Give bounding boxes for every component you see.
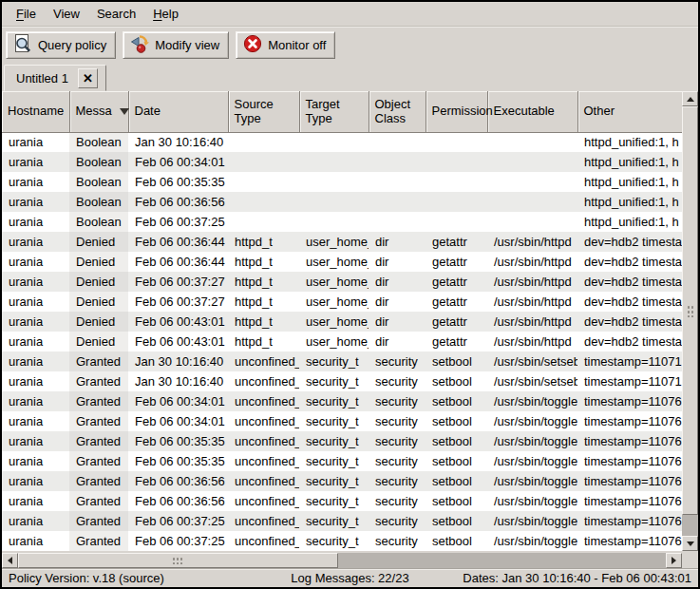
table-header-row: Hostname Messa Date Source Type Target T…	[2, 91, 682, 132]
column-header-other[interactable]: Other	[577, 91, 682, 132]
menu-file[interactable]: File	[8, 4, 45, 24]
column-label: Target Type	[306, 97, 340, 126]
horizontal-scrollbar[interactable]	[2, 553, 682, 568]
cell-hostname: urania	[2, 411, 69, 431]
arrow-right-icon	[672, 557, 676, 564]
column-header-object-class[interactable]: Object Class	[369, 91, 426, 132]
cell-date: Feb 06 00:37:27	[128, 292, 228, 312]
menu-help[interactable]: Help	[144, 4, 187, 24]
cell-permission: setbool	[426, 531, 487, 551]
log-row[interactable]: uraniaGrantedFeb 06 00:37:25unconfined_s…	[2, 531, 682, 551]
log-row[interactable]: uraniaGrantedFeb 06 00:36:56unconfined_s…	[2, 471, 682, 491]
cell-message: Denied	[69, 252, 128, 272]
cell-other: timestamp=11076	[577, 451, 682, 471]
cell-object_class: dir	[369, 232, 426, 252]
cell-hostname: urania	[2, 312, 69, 332]
column-header-executable[interactable]: Executable	[487, 91, 577, 132]
scroll-up-button[interactable]	[682, 91, 698, 106]
scroll-down-button[interactable]	[682, 536, 698, 551]
cell-date: Feb 06 00:37:25	[128, 511, 228, 531]
cell-other: timestamp=11076	[577, 511, 682, 531]
vertical-scrollbar-thumb[interactable]	[682, 106, 698, 515]
cell-target_type: security_t	[299, 451, 369, 471]
horizontal-scrollbar-track[interactable]	[18, 553, 666, 568]
cell-source_type	[228, 212, 299, 232]
cell-message: Granted	[69, 431, 128, 451]
cell-message: Denied	[69, 312, 128, 332]
tab-label: Untitled 1	[16, 71, 68, 86]
log-row[interactable]: uraniaGrantedFeb 06 00:36:56unconfined_s…	[2, 491, 682, 511]
query-policy-button[interactable]: Query policy	[6, 31, 116, 59]
column-header-hostname[interactable]: Hostname	[2, 91, 69, 132]
cell-executable: /usr/sbin/toggle	[487, 451, 577, 471]
cell-executable: /usr/sbin/toggle	[487, 491, 577, 511]
menu-view[interactable]: View	[45, 4, 88, 24]
log-row[interactable]: uraniaGrantedFeb 06 00:34:01unconfined_s…	[2, 391, 682, 411]
cell-other: dev=hdb2 timesta	[577, 332, 682, 352]
cell-target_type: security_t	[299, 391, 369, 411]
log-row[interactable]: uraniaGrantedJan 30 10:16:40unconfined_s…	[2, 371, 682, 391]
cell-source_type: httpd_t	[228, 292, 299, 312]
log-row[interactable]: uraniaBooleanFeb 06 00:37:25httpd_unifie…	[2, 212, 682, 232]
tab-untitled-1[interactable]: Untitled 1 ✕	[4, 65, 106, 91]
log-row[interactable]: uraniaGrantedFeb 06 00:37:25unconfined_s…	[2, 511, 682, 531]
log-row[interactable]: uraniaBooleanJan 30 10:16:40httpd_unifie…	[2, 132, 682, 152]
cell-date: Feb 06 00:36:56	[128, 192, 228, 212]
cell-other: httpd_unified:1, h	[577, 212, 682, 232]
cell-date: Feb 06 00:43:01	[128, 312, 228, 332]
log-row[interactable]: uraniaBooleanFeb 06 00:35:35httpd_unifie…	[2, 172, 682, 192]
cell-executable	[487, 192, 577, 212]
cell-date: Feb 06 00:36:56	[128, 471, 228, 491]
cell-message: Boolean	[69, 172, 128, 192]
log-row[interactable]: uraniaDeniedFeb 06 00:43:01httpd_tuser_h…	[2, 332, 682, 352]
monitor-off-button[interactable]: Monitor off	[236, 31, 335, 59]
cell-message: Denied	[69, 292, 128, 312]
cell-executable: /usr/sbin/toggle	[487, 531, 577, 551]
cell-source_type: httpd_t	[228, 252, 299, 272]
cell-permission	[426, 212, 487, 232]
vertical-scrollbar[interactable]	[682, 91, 698, 551]
menu-search[interactable]: Search	[88, 4, 144, 24]
vertical-scrollbar-track[interactable]	[682, 106, 698, 536]
log-messages-status: Log Messages: 22/23	[291, 571, 408, 585]
cell-source_type: unconfined_	[228, 371, 299, 391]
cell-permission: setbool	[426, 491, 487, 511]
cell-target_type: security_t	[299, 352, 369, 371]
log-row[interactable]: uraniaBooleanFeb 06 00:34:01httpd_unifie…	[2, 152, 682, 172]
tab-close-button[interactable]: ✕	[78, 68, 98, 88]
cell-date: Feb 06 00:34:01	[128, 391, 228, 411]
cell-source_type	[228, 152, 299, 172]
log-row[interactable]: uraniaGrantedFeb 06 00:34:01unconfined_s…	[2, 411, 682, 431]
log-row[interactable]: uraniaGrantedFeb 06 00:35:35unconfined_s…	[2, 451, 682, 471]
cell-hostname: urania	[2, 471, 69, 491]
log-row[interactable]: uraniaDeniedFeb 06 00:36:44httpd_tuser_h…	[2, 252, 682, 272]
log-row[interactable]: uraniaBooleanFeb 06 00:36:56httpd_unifie…	[2, 192, 682, 212]
cell-target_type: security_t	[299, 411, 369, 431]
log-row[interactable]: uraniaDeniedFeb 06 00:37:27httpd_tuser_h…	[2, 272, 682, 292]
cell-permission: getattr	[426, 332, 487, 352]
column-header-source-type[interactable]: Source Type	[228, 91, 299, 132]
modify-view-button[interactable]: Modify view	[123, 31, 229, 59]
column-header-date[interactable]: Date	[128, 91, 228, 132]
column-header-target-type[interactable]: Target Type	[299, 91, 369, 132]
column-header-permission[interactable]: Permission	[426, 91, 487, 132]
log-row[interactable]: uraniaGrantedFeb 06 00:35:35unconfined_s…	[2, 431, 682, 451]
cell-hostname: urania	[2, 431, 69, 451]
log-row[interactable]: uraniaGrantedJan 30 10:16:40unconfined_s…	[2, 352, 682, 371]
horizontal-scrollbar-thumb[interactable]	[18, 553, 338, 568]
cell-target_type: user_home_	[299, 312, 369, 332]
scroll-right-button[interactable]	[666, 553, 682, 568]
column-header-message[interactable]: Messa	[69, 91, 128, 132]
cell-message: Granted	[69, 352, 128, 371]
log-row[interactable]: uraniaDeniedFeb 06 00:36:44httpd_tuser_h…	[2, 232, 682, 252]
cell-hostname: urania	[2, 531, 69, 551]
cell-executable: /usr/sbin/setseb	[487, 352, 577, 371]
log-row[interactable]: uraniaDeniedFeb 06 00:37:27httpd_tuser_h…	[2, 292, 682, 312]
cell-executable: /usr/sbin/httpd	[487, 312, 577, 332]
cell-date: Feb 06 00:35:35	[128, 172, 228, 192]
cell-date: Jan 30 10:16:40	[128, 352, 228, 371]
cell-object_class	[369, 192, 426, 212]
cell-target_type: user_home_	[299, 252, 369, 272]
scroll-left-button[interactable]	[2, 553, 18, 568]
log-row[interactable]: uraniaDeniedFeb 06 00:43:01httpd_tuser_h…	[2, 312, 682, 332]
